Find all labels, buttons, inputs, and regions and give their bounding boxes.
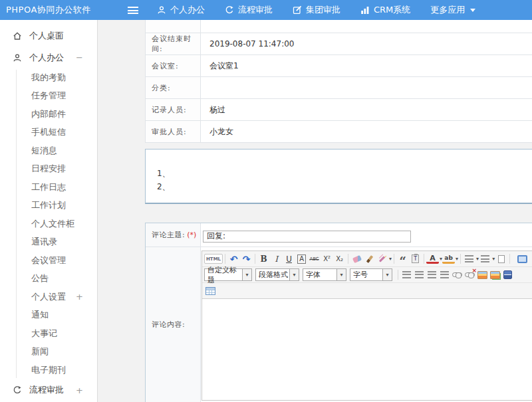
sidebar-item-announcement[interactable]: 公告 — [0, 270, 97, 288]
expand-icon[interactable]: + — [76, 292, 83, 302]
table-row: 会议结束时间: 2019-08-07 11:47:00 — [146, 33, 532, 55]
caret-down-icon[interactable]: ▾ — [389, 256, 392, 262]
sidebar-item-e-journal[interactable]: 电子期刊 — [0, 361, 97, 379]
sidebar-item-personal-office[interactable]: 个人办公 − — [0, 47, 97, 68]
edit-icon — [293, 5, 302, 15]
sidebar-submenu: 我的考勤 任务管理 内部邮件 手机短信 短消息 日程安排 工作日志 工作计划 个… — [0, 68, 97, 379]
editor-content-area[interactable] — [202, 299, 532, 400]
nav-personal-office[interactable]: 个人办公 — [157, 4, 205, 16]
comment-subject-input[interactable] — [203, 231, 411, 243]
align-center-icon[interactable] — [413, 268, 426, 281]
link-icon[interactable] — [451, 268, 464, 281]
caret-down-icon[interactable]: ▾ — [456, 256, 458, 262]
fullscreen-icon[interactable] — [516, 252, 529, 265]
italic-button[interactable]: I — [270, 252, 283, 265]
blockquote-button[interactable]: “ — [396, 252, 409, 265]
top-bar: PHPOA协同办公软件 个人办公 流程审批 集团审批 CRM系统 更多应用 — [0, 0, 532, 20]
sidebar-item-news[interactable]: 新闻 — [0, 343, 97, 361]
unlink-icon[interactable] — [464, 268, 476, 281]
field-label: 分类: — [146, 77, 201, 98]
redo-icon[interactable]: ↷ — [240, 252, 253, 265]
font-size-select[interactable]: 字号▾ — [350, 268, 392, 281]
nav-workflow-approval[interactable]: 流程审批 — [225, 4, 273, 16]
nav-more-apps[interactable]: 更多应用 — [430, 4, 475, 16]
bold-button[interactable]: B — [257, 252, 270, 265]
font-border-button[interactable]: A — [295, 252, 308, 265]
nav-label: 个人办公 — [170, 4, 205, 16]
heading-select[interactable]: 自定义标题▾ — [204, 268, 252, 281]
nav-group-approval[interactable]: 集团审批 — [293, 4, 340, 16]
font-family-select[interactable]: 字体▾ — [303, 268, 346, 281]
paste-icon[interactable] — [409, 252, 422, 265]
magic-wand-icon[interactable] — [376, 252, 388, 265]
sidebar-item-meetings[interactable]: 会议管理 — [0, 251, 97, 270]
ordered-list-icon[interactable] — [463, 252, 475, 265]
sidebar-item-file-cabinet[interactable]: 个人文件柜 — [0, 215, 97, 233]
font-color-button[interactable]: A — [426, 254, 439, 264]
caret-down-icon[interactable]: ▾ — [290, 268, 299, 281]
sidebar-item-contacts[interactable]: 通讯录 — [0, 233, 97, 252]
sidebar-item-short-message[interactable]: 短消息 — [0, 142, 97, 160]
caret-down-icon[interactable]: ▾ — [337, 268, 346, 281]
table-row-partial — [146, 20, 532, 33]
sidebar-item-label: 个人桌面 — [29, 30, 64, 42]
sidebar-item-sms[interactable]: 手机短信 — [0, 124, 97, 142]
field-label: 记录人员: — [146, 99, 201, 120]
field-value: 杨过 — [201, 99, 532, 120]
undo-icon[interactable]: ↶ — [227, 252, 240, 265]
screenshot-icon[interactable] — [489, 268, 501, 281]
home-icon — [13, 31, 22, 41]
new-document-icon[interactable] — [495, 252, 507, 265]
highlight-button[interactable]: ab — [442, 254, 455, 264]
sidebar-item-work-log[interactable]: 工作日志 — [0, 178, 97, 197]
sidebar-item-work-plan[interactable]: 工作计划 — [0, 197, 97, 215]
note-line: 1、 — [157, 167, 532, 180]
meeting-notes-box[interactable]: 1、 2、 — [145, 149, 532, 204]
sidebar-item-attendance[interactable]: 我的考勤 — [0, 68, 97, 87]
sidebar-item-internal-mail[interactable]: 内部邮件 — [0, 105, 97, 124]
sidebar-item-schedule[interactable]: 日程安排 — [0, 160, 97, 179]
unordered-list-icon[interactable] — [479, 252, 491, 265]
format-painter-icon[interactable] — [363, 252, 376, 265]
comment-content-row: 评论内容: HTML ↶ ↷ B I U A ABC — [146, 247, 532, 402]
strikethrough-button[interactable]: ABC — [308, 252, 321, 265]
menu-icon[interactable] — [128, 7, 138, 14]
sidebar-item-notifications[interactable]: 通知 — [0, 306, 97, 325]
underline-button[interactable]: U — [283, 252, 295, 265]
align-left-icon[interactable] — [400, 268, 413, 281]
nav-crm-system[interactable]: CRM系统 — [360, 4, 410, 16]
justify-icon[interactable] — [438, 268, 451, 281]
field-value: 会议室1 — [201, 55, 532, 76]
required-mark: (*) — [187, 231, 196, 239]
sidebar-item-desktop[interactable]: 个人桌面 — [0, 25, 97, 47]
comment-subject-label: 评论主题: (*) — [146, 223, 201, 247]
sidebar-item-tasks[interactable]: 任务管理 — [0, 87, 97, 106]
nav-label: 更多应用 — [430, 4, 465, 16]
nav-label: 流程审批 — [238, 4, 273, 16]
eraser-icon[interactable] — [350, 252, 363, 265]
subscript-button[interactable]: X₂ — [333, 252, 346, 265]
sidebar-item-label: 流程审批 — [29, 384, 64, 396]
align-right-icon[interactable] — [426, 268, 438, 281]
sidebar-item-personal-settings[interactable]: 个人设置+ — [0, 288, 97, 306]
image-icon[interactable] — [476, 268, 489, 281]
expand-icon[interactable]: + — [76, 385, 83, 395]
collapse-icon[interactable]: − — [76, 52, 83, 62]
paragraph-format-select[interactable]: 段落格式▾ — [255, 268, 299, 281]
caret-down-icon[interactable]: ▾ — [243, 268, 252, 281]
person-icon — [13, 53, 22, 62]
sidebar-item-workflow-approval[interactable]: 流程审批 + — [0, 379, 97, 401]
chart-icon — [360, 5, 370, 15]
media-icon[interactable] — [501, 268, 514, 281]
comment-subject-row: 评论主题: (*) — [146, 223, 532, 247]
editor-toolbar-row2: 自定义标题▾ 段落格式▾ 字体▾ 字号▾ — [202, 267, 532, 283]
superscript-button[interactable]: X² — [321, 252, 333, 265]
person-icon — [157, 5, 166, 15]
sidebar-item-milestones[interactable]: 大事记 — [0, 324, 97, 343]
field-label: 审批人员: — [146, 121, 201, 142]
caret-down-icon[interactable]: ▾ — [383, 268, 392, 281]
table-row: 分类: — [146, 77, 532, 99]
source-button[interactable]: HTML — [204, 254, 223, 264]
table-icon[interactable] — [204, 284, 217, 297]
cycle-icon — [13, 385, 22, 395]
